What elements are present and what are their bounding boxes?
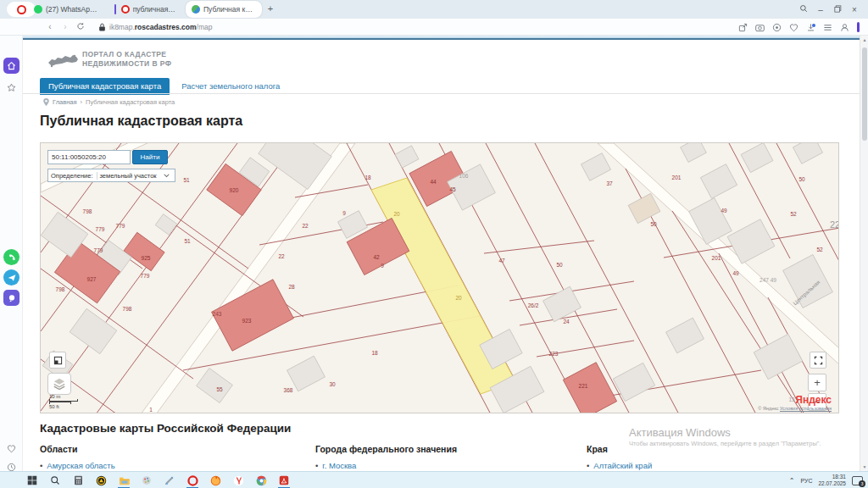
column-title: Области — [40, 444, 115, 454]
parcel-number-label: 55 — [216, 386, 223, 392]
bookmark-heart-icon[interactable] — [789, 23, 798, 32]
sidebar-item-telegram[interactable] — [3, 269, 19, 286]
tab-cadastre-1[interactable]: публичная кадастровая — [108, 1, 183, 18]
share-icon[interactable] — [738, 23, 748, 32]
portal-logo-text: ПОРТАЛ О КАДАСТРЕ НЕДВИЖИМОСТИ В РФ — [82, 50, 171, 69]
parcel-number-label: 28 — [288, 284, 295, 290]
parcel-number-label: 51 — [183, 177, 190, 183]
parcel-number-label: 779 — [96, 226, 105, 232]
parcel-number-label: 42 — [373, 254, 380, 260]
parcel-number-label: 18 — [371, 350, 378, 356]
restore-button[interactable] — [829, 5, 846, 14]
extensions-icon[interactable] — [823, 23, 832, 32]
taskbar-calculator[interactable] — [71, 474, 85, 487]
taskbar-chrome[interactable] — [254, 474, 268, 487]
region-link[interactable]: Алтайский край — [593, 461, 652, 470]
filter-label: Определение: — [51, 172, 93, 180]
parcel-number-label: 221 — [579, 383, 588, 389]
page-content: ПОРТАЛ О КАДАСТРЕ НЕДВИЖИМОСТИ В РФ Публ… — [23, 36, 860, 471]
column-kraya: Края Алтайский край — [587, 444, 652, 470]
taskbar-paint3d[interactable] — [163, 474, 176, 487]
parcel-number-label: 51 — [184, 238, 191, 244]
taskbar-acrobat[interactable] — [277, 474, 291, 487]
scrollbar-thumb[interactable] — [862, 47, 867, 141]
parcel-number-label: 37 — [606, 180, 613, 186]
parcel-number-label: 9 — [381, 263, 384, 269]
tray-expand-chevron[interactable]: ⌃ — [789, 477, 795, 485]
taskbar-yandex-browser[interactable] — [231, 474, 245, 487]
map-favicon — [192, 5, 200, 14]
lock-icon[interactable] — [98, 19, 106, 35]
windows-activation-watermark: Активация Windows — [629, 426, 731, 439]
sidebar-item-bookmarks[interactable] — [3, 80, 19, 96]
new-tab-button[interactable]: + — [264, 3, 276, 15]
site-nav: Публичная кадастровая карта Расчет земел… — [40, 78, 292, 95]
pin-icon — [43, 98, 49, 106]
taskbar-opera[interactable] — [186, 474, 199, 487]
parcel-number-label: 50 — [556, 262, 563, 268]
map-canvas[interactable]: 5151798798798779779779779920925927923222… — [40, 142, 839, 413]
forward-button[interactable]: › — [58, 22, 73, 31]
parcel-number-label: 22 — [830, 219, 839, 230]
yandex-logo[interactable]: Яндекс — [795, 394, 832, 406]
parcel-number-label: 24 — [563, 319, 570, 324]
fullscreen-button[interactable] — [810, 352, 826, 369]
reload-button[interactable] — [73, 22, 88, 32]
parcel-number-label: 52 — [816, 247, 823, 252]
measure-tool-button[interactable] — [49, 352, 66, 369]
back-button[interactable]: ‹ — [42, 22, 58, 31]
scroll-down-arrow[interactable]: ▼ — [860, 464, 868, 469]
parcel-number-label: 798 — [56, 286, 65, 292]
parcel-number-label: 247 49 — [760, 277, 776, 283]
taskbar-app-yellow[interactable] — [94, 474, 108, 487]
snapshot-icon[interactable] — [755, 23, 765, 32]
cadastral-map[interactable]: 5151798798798779779779779920925927923222… — [41, 143, 839, 413]
download-icon[interactable] — [806, 23, 815, 32]
map-attribution: © Яндекс Условия использования — [758, 406, 832, 411]
list-item: Алтайский край — [587, 461, 652, 470]
filter-control[interactable]: Определение: земельный участок — [47, 169, 175, 182]
clock[interactable]: 18:3122.07.2025 — [818, 474, 846, 487]
tab-search-icon[interactable] — [795, 4, 812, 14]
sidebar-item-speed-dial[interactable] — [3, 58, 19, 74]
parcel-number-label: 20 — [455, 295, 462, 301]
sidebar-item-likes[interactable] — [3, 441, 19, 457]
zoom-in-button[interactable]: + — [808, 374, 826, 391]
sidebar-item-whatsapp[interactable] — [3, 249, 19, 265]
terms-link[interactable]: Условия использования — [780, 406, 832, 411]
profile-icon[interactable] — [840, 23, 849, 32]
close-button[interactable]: × — [846, 5, 863, 14]
taskbar-paint[interactable] — [140, 474, 153, 487]
parcel-number-label: 47 — [498, 258, 505, 263]
layers-button[interactable] — [47, 373, 71, 395]
taskbar-explorer[interactable] — [117, 474, 131, 487]
opera-sidebar — [0, 36, 23, 471]
region-link[interactable]: г. Москва — [322, 461, 356, 470]
breadcrumb-home[interactable]: Главная — [53, 98, 77, 106]
cadastral-number-input[interactable] — [47, 150, 131, 164]
scroll-up-arrow[interactable]: ▲ — [860, 37, 868, 42]
wallet-icon[interactable] — [772, 23, 782, 32]
nav-tab-public-map[interactable]: Публичная кадастровая карта — [40, 78, 170, 95]
taskbar-firefox[interactable] — [209, 474, 222, 487]
notification-icon[interactable]: 3 — [852, 476, 863, 485]
search-submit-button[interactable]: Найти — [132, 150, 168, 164]
minimize-button[interactable]: – — [812, 5, 829, 14]
taskbar-search[interactable] — [48, 474, 62, 487]
tab-cadastre-2-active[interactable]: Публичная кадастровая — [186, 1, 262, 18]
taskbar-start[interactable] — [25, 474, 39, 487]
url-text[interactable]: ik8map.roscadastres.com/map — [109, 23, 212, 31]
sidebar-item-messenger[interactable] — [3, 290, 19, 306]
language-indicator[interactable]: РУС — [800, 478, 812, 484]
nav-tab-land-tax[interactable]: Расчет земельного налога — [170, 78, 292, 95]
parcel-number-label: 44 — [430, 179, 437, 185]
page-scrollbar[interactable]: ▲ ▼ — [860, 36, 868, 471]
parcel-number-label: 30 — [329, 381, 336, 387]
parcel-number-label: 798 — [83, 208, 92, 214]
region-link[interactable]: Амурская область — [47, 461, 114, 470]
browser-address-bar: ‹ › ik8map.roscadastres.com/map — [0, 19, 868, 36]
sidebar-toggle[interactable] — [857, 22, 860, 32]
filter-select[interactable]: земельный участок — [97, 172, 172, 180]
screen: (27) WhatsApp Business публичная кадастр… — [0, 0, 868, 488]
tab-whatsapp[interactable]: (27) WhatsApp Business — [28, 1, 106, 18]
